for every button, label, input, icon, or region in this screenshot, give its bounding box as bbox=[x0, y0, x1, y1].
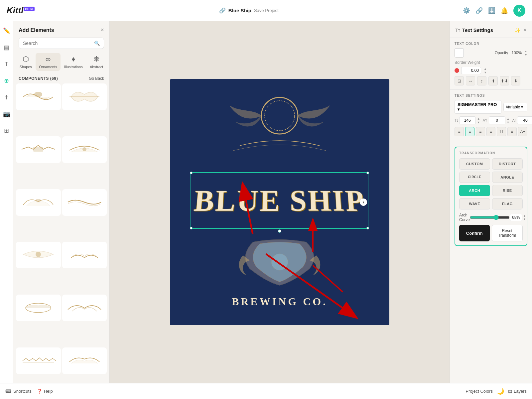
tracking-down[interactable]: ▼ bbox=[507, 121, 510, 124]
size-down[interactable]: ▼ bbox=[477, 121, 480, 124]
list-item[interactable] bbox=[16, 83, 61, 110]
panel-title: Add Elements bbox=[19, 27, 54, 33]
opacity-down[interactable]: ▼ bbox=[524, 53, 527, 57]
align-top-left[interactable]: ⊡ bbox=[455, 76, 464, 85]
text-case-btn[interactable]: TT bbox=[497, 127, 506, 136]
list-item[interactable] bbox=[62, 347, 107, 374]
text-selection-box[interactable]: BLUE SHIP bbox=[191, 172, 368, 229]
transform-arch-btn[interactable]: ARCH bbox=[459, 185, 490, 196]
align-center-v[interactable]: ⬆⬇ bbox=[500, 76, 509, 85]
transform-flag-btn[interactable]: FLAG bbox=[492, 198, 523, 209]
go-back-button[interactable]: Go Back bbox=[89, 76, 104, 81]
align-flip-v[interactable]: ↕ bbox=[477, 76, 486, 85]
list-item[interactable] bbox=[62, 83, 107, 110]
shapes-label: Shapes bbox=[20, 65, 32, 69]
align-center-btn[interactable]: ≡ bbox=[465, 127, 474, 136]
panel-collapse-button[interactable]: › bbox=[360, 199, 367, 206]
font-style-select[interactable]: Variable ▾ bbox=[503, 103, 527, 111]
align-right-btn[interactable]: ≡ bbox=[476, 127, 485, 136]
category-shapes[interactable]: ⬡ Shapes bbox=[16, 53, 35, 71]
arch-up[interactable]: ▲ bbox=[523, 214, 526, 217]
font-size-input[interactable] bbox=[459, 116, 476, 124]
theme-toggle-bottom-icon[interactable]: 🌙 bbox=[497, 388, 504, 395]
opacity-up[interactable]: ▲ bbox=[524, 50, 527, 53]
close-panel-button[interactable]: × bbox=[523, 27, 527, 34]
sidebar-icon-upload[interactable]: ⬆ bbox=[1, 92, 12, 103]
transform-wave-btn[interactable]: WAVE bbox=[459, 198, 490, 209]
sidebar-icon-edit[interactable]: ✏️ bbox=[1, 25, 12, 37]
list-item[interactable] bbox=[62, 295, 107, 321]
transform-rise-btn[interactable]: RISE bbox=[492, 185, 523, 196]
magic-wand-icon[interactable]: ✨ bbox=[515, 28, 520, 33]
color-row: Opacity 100% ▲ ▼ bbox=[455, 48, 527, 58]
text-settings-title: Text Settings bbox=[462, 27, 493, 33]
avatar[interactable]: K bbox=[513, 5, 525, 17]
svg-point-8 bbox=[261, 97, 298, 134]
download-icon[interactable]: ⬇️ bbox=[488, 7, 495, 14]
sidebar-icon-text[interactable]: T bbox=[1, 59, 12, 70]
components-count: COMPONENTS (69) bbox=[19, 76, 58, 81]
list-item[interactable] bbox=[16, 189, 61, 216]
text-color-swatch[interactable] bbox=[455, 48, 464, 58]
search-box[interactable]: 🔍 bbox=[19, 38, 104, 49]
size-up[interactable]: ▲ bbox=[477, 117, 480, 120]
align-flip-h[interactable]: ↔ bbox=[466, 76, 475, 85]
arch-curve-slider[interactable] bbox=[470, 215, 510, 220]
category-abstract[interactable]: ❋ Abstract bbox=[86, 53, 106, 71]
confirm-button[interactable]: Confirm bbox=[459, 225, 490, 241]
sidebar-icon-elements[interactable]: ⊕ bbox=[1, 75, 12, 86]
project-colors-bottom-button[interactable]: Project Colors bbox=[466, 389, 493, 394]
sidebar-icon-layers[interactable]: ▤ bbox=[1, 42, 12, 53]
category-illustrations[interactable]: ♦ Illustrations bbox=[61, 53, 86, 71]
search-input[interactable] bbox=[23, 41, 91, 46]
align-left-btn[interactable]: ≡ bbox=[455, 127, 464, 136]
list-item[interactable] bbox=[62, 242, 107, 268]
text-settings-section: TEXT SETTINGS SIGNMASTER PRO ▾ Variable … bbox=[450, 90, 532, 143]
share-icon[interactable]: 🔗 bbox=[475, 7, 483, 14]
list-item[interactable] bbox=[62, 136, 107, 163]
font-name-select[interactable]: SIGNMASTER PRO ▾ bbox=[455, 100, 501, 114]
tracking-up[interactable]: ▲ bbox=[507, 117, 510, 120]
ligatures-btn[interactable]: fi bbox=[507, 127, 517, 136]
logo: KittlBETA bbox=[7, 5, 35, 16]
leading-input[interactable] bbox=[517, 116, 532, 124]
border-weight-input[interactable] bbox=[461, 67, 481, 74]
category-ornaments[interactable]: ∞ Ornaments bbox=[36, 53, 60, 71]
sidebar-icon-photo[interactable]: 📷 bbox=[1, 108, 12, 120]
list-item[interactable] bbox=[62, 189, 107, 216]
border-color-swatch[interactable] bbox=[455, 68, 459, 73]
align-top[interactable]: ⬆ bbox=[488, 76, 498, 85]
border-down[interactable]: ▼ bbox=[484, 71, 487, 74]
list-item[interactable] bbox=[16, 242, 61, 268]
reset-transform-button[interactable]: Reset Transform bbox=[492, 225, 523, 241]
opacity-label: Opacity bbox=[495, 51, 508, 55]
beta-badge: BETA bbox=[24, 7, 35, 11]
right-panel: Tт Text Settings ✨ × TEXT COLOR Opacity … bbox=[450, 21, 532, 399]
help-button[interactable]: ❓ Help bbox=[37, 389, 53, 394]
list-item[interactable] bbox=[16, 136, 61, 163]
align-justify-btn[interactable]: ≡ bbox=[486, 127, 496, 136]
topbar-left: KittlBETA bbox=[7, 5, 35, 16]
transform-distort-btn[interactable]: DISTORT bbox=[492, 158, 523, 170]
arch-down[interactable]: ▼ bbox=[523, 217, 526, 221]
tracking-input[interactable] bbox=[489, 116, 505, 124]
notification-icon[interactable]: 🔔 bbox=[501, 7, 508, 14]
save-project-button[interactable]: Save Project bbox=[254, 8, 279, 13]
svg-point-4 bbox=[36, 199, 41, 202]
sidebar-icon-grid[interactable]: ⊞ bbox=[1, 125, 12, 136]
transformation-grid: CUSTOM DISTORT CIRCLE ANGLE ARCH RISE WA… bbox=[459, 158, 523, 209]
search-icon[interactable]: 🔍 bbox=[94, 41, 100, 46]
svg-point-5 bbox=[36, 252, 41, 257]
list-item[interactable] bbox=[16, 347, 61, 374]
settings-icon[interactable]: ⚙️ bbox=[463, 7, 470, 14]
align-bottom[interactable]: ⬇ bbox=[511, 76, 520, 85]
panel-close-button[interactable]: × bbox=[100, 27, 104, 34]
border-up[interactable]: ▲ bbox=[484, 67, 487, 70]
transform-angle-btn[interactable]: ANGLE bbox=[492, 172, 523, 183]
shortcuts-button[interactable]: ⌨ Shortcuts bbox=[5, 389, 32, 394]
list-item[interactable] bbox=[16, 295, 61, 321]
transform-custom-btn[interactable]: CUSTOM bbox=[459, 158, 490, 170]
layers-bottom-button[interactable]: ▤ Layers bbox=[508, 389, 527, 394]
special-chars-btn[interactable]: A+ bbox=[518, 127, 527, 136]
transform-circle-btn[interactable]: CIRCLE bbox=[459, 172, 490, 183]
